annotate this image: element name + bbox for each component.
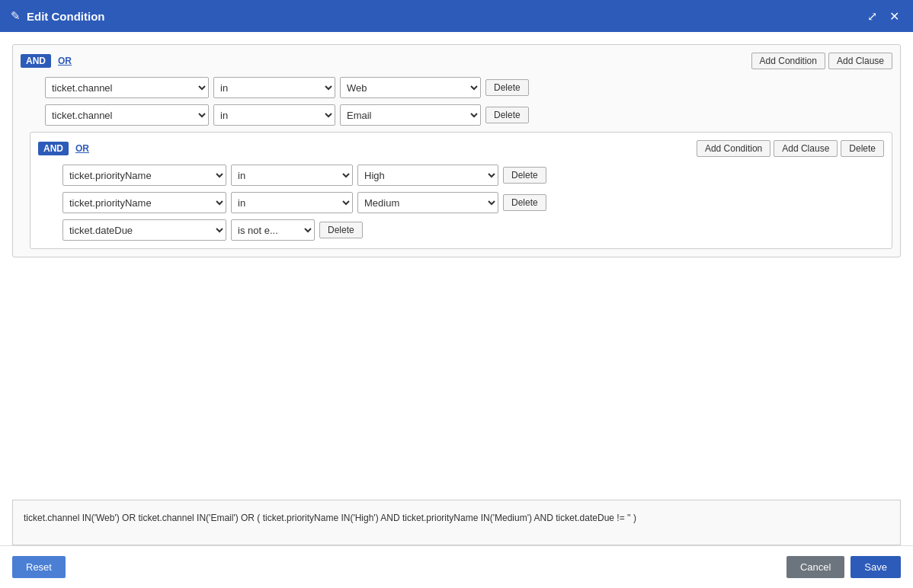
inner-row3-field-select[interactable]: ticket.dateDue ticket.channel ticket.pri… xyxy=(62,219,226,241)
outer-add-clause-button[interactable]: Add Clause xyxy=(828,53,892,69)
modal-title: Edit Condition xyxy=(27,10,104,23)
expand-button[interactable]: ⤢ xyxy=(864,8,880,25)
inner-row3-delete-button[interactable]: Delete xyxy=(319,222,363,238)
modal-footer: Reset Cancel Save xyxy=(0,545,913,588)
inner-row2-op-select[interactable]: in not in is is not xyxy=(231,192,353,213)
reset-button[interactable]: Reset xyxy=(12,556,66,578)
inner-clause-logic: AND OR xyxy=(38,142,93,155)
formula-area: ticket.channel IN('Web') OR ticket.chann… xyxy=(12,500,901,545)
inner-row2-val-select[interactable]: Medium High Low Critical xyxy=(357,192,498,213)
modal-body: AND OR Add Condition Add Clause ticket.c… xyxy=(0,32,913,500)
outer-row2-op-select[interactable]: in not in is is not xyxy=(213,104,335,126)
inner-row1-val-select[interactable]: High Medium Low Critical xyxy=(357,165,498,186)
inner-row-2: ticket.priorityName ticket.channel ticke… xyxy=(47,192,884,213)
inner-and-button[interactable]: AND xyxy=(38,142,69,155)
outer-row-2: ticket.channel ticket.priorityName ticke… xyxy=(30,104,892,126)
inner-row2-field-select[interactable]: ticket.priorityName ticket.channel ticke… xyxy=(62,192,226,213)
inner-add-clause-button[interactable]: Add Clause xyxy=(774,140,838,157)
outer-clause-logic: AND OR xyxy=(21,54,75,68)
inner-row1-field-select[interactable]: ticket.priorityName ticket.channel ticke… xyxy=(62,165,226,186)
save-button[interactable]: Save xyxy=(851,556,901,578)
edit-icon: ✎ xyxy=(11,9,21,23)
outer-row1-field-select[interactable]: ticket.channel ticket.priorityName ticke… xyxy=(45,77,209,98)
inner-clause-box: AND OR Add Condition Add Clause Delete t… xyxy=(30,132,892,249)
header-controls: ⤢ ✕ xyxy=(864,8,902,25)
outer-row-1: ticket.channel ticket.priorityName ticke… xyxy=(30,77,892,98)
inner-add-condition-button[interactable]: Add Condition xyxy=(697,140,770,157)
inner-clause-delete-button[interactable]: Delete xyxy=(841,140,884,157)
outer-row2-delete-button[interactable]: Delete xyxy=(485,107,529,123)
outer-row1-val-select[interactable]: Web Email Phone Chat xyxy=(340,77,481,98)
inner-or-button[interactable]: OR xyxy=(72,142,93,155)
outer-or-button[interactable]: OR xyxy=(54,54,75,68)
inner-row-3: ticket.dateDue ticket.channel ticket.pri… xyxy=(47,219,884,241)
close-button[interactable]: ✕ xyxy=(886,8,902,25)
outer-clause-actions: Add Condition Add Clause xyxy=(751,53,892,69)
outer-and-button[interactable]: AND xyxy=(21,54,51,68)
modal-header: ✎ Edit Condition ⤢ ✕ xyxy=(0,0,913,32)
inner-row2-delete-button[interactable]: Delete xyxy=(503,194,546,211)
footer-right: Cancel Save xyxy=(786,556,901,578)
inner-row1-op-select[interactable]: in not in is is not xyxy=(231,165,353,186)
outer-row1-delete-button[interactable]: Delete xyxy=(485,79,529,96)
inner-row3-op-select[interactable]: is not e... is empty before after betwee… xyxy=(231,219,315,241)
outer-row2-val-select[interactable]: Email Web Phone Chat xyxy=(340,104,481,126)
header-left: ✎ Edit Condition xyxy=(11,9,104,23)
outer-row1-op-select[interactable]: in not in is is not xyxy=(213,77,335,98)
inner-clause-actions: Add Condition Add Clause Delete xyxy=(697,140,884,157)
inner-row1-delete-button[interactable]: Delete xyxy=(503,167,546,184)
outer-clause-header: AND OR Add Condition Add Clause xyxy=(21,53,892,69)
outer-row2-field-select[interactable]: ticket.channel ticket.priorityName ticke… xyxy=(45,104,209,126)
outer-clause-box: AND OR Add Condition Add Clause ticket.c… xyxy=(12,44,901,257)
modal-container: ✎ Edit Condition ⤢ ✕ AND OR Add Conditio… xyxy=(0,0,913,588)
outer-add-condition-button[interactable]: Add Condition xyxy=(751,53,825,69)
inner-clause-header: AND OR Add Condition Add Clause Delete xyxy=(38,140,884,157)
cancel-button[interactable]: Cancel xyxy=(786,556,844,578)
inner-row-1: ticket.priorityName ticket.channel ticke… xyxy=(47,165,884,186)
